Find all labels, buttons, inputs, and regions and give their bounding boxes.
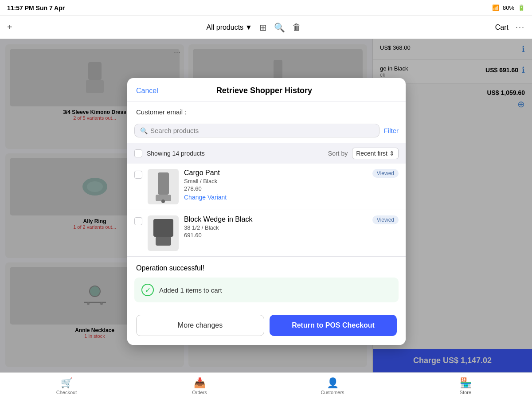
search-icon[interactable]: 🔍 [274,22,285,33]
item-name-2: Block Wedge in Black [184,215,367,223]
item-price-1: 278.60 [184,185,367,192]
barcode-icon[interactable]: ⊞ [259,22,267,33]
status-bar: 11:57 PM Sun 7 Apr 📶 80% 🔋 [0,0,532,16]
trash-icon[interactable]: 🗑 [292,22,301,32]
item-checkbox-1[interactable] [134,171,142,179]
top-nav-right: Cart ··· [495,23,525,32]
product-image-2 [148,215,179,251]
success-panel: Operation successful! ✓ Added 1 items to… [127,257,406,308]
modal-title: Retrieve Shopper History [216,86,312,95]
bottom-nav-customers[interactable]: 👤 Customers [266,377,399,395]
item-name-1: Cargo Pant [184,169,367,177]
orders-icon: 📥 [194,377,206,389]
change-variant-button-1[interactable]: Change Variant [184,194,227,201]
store-icon: 🏪 [460,377,472,389]
item-variant-2: 38 1/2 / Black [184,224,367,231]
status-right: 📶 80% 🔋 [492,4,525,11]
bottom-nav: 🛒 Checkout 📥 Orders 👤 Customers 🏪 Store [0,372,532,399]
more-changes-button[interactable]: More changes [136,315,264,336]
product-details-2: Block Wedge in Black 38 1/2 / Black 691.… [184,215,367,239]
bottom-nav-store[interactable]: 🏪 Store [399,377,532,395]
bottom-nav-orders[interactable]: 📥 Orders [133,377,266,395]
retrieve-shopper-modal: Cancel Retrieve Shopper History Customer… [127,78,406,345]
svg-rect-17 [156,237,171,246]
customers-label: Customers [321,390,344,395]
return-to-pos-button[interactable]: Return to POS Checkout [270,315,397,336]
main-area: ··· 3/4 Sleeve Kimono Dress 2 of 5 varia… [0,39,532,372]
showing-label: Showing 14 products [147,150,324,157]
store-label: Store [460,390,471,395]
success-message-text: Added 1 items to cart [159,286,222,294]
customer-email-row: Customer email : [127,102,406,120]
orders-label: Orders [192,390,207,395]
customers-icon: 👤 [327,377,339,389]
bottom-nav-checkout[interactable]: 🛒 Checkout [0,377,133,395]
svg-point-15 [161,200,165,203]
select-all-checkbox[interactable] [134,149,142,157]
item-price-2: 691.60 [184,232,367,239]
modal-header: Cancel Retrieve Shopper History [127,78,406,102]
status-time: 11:57 PM Sun 7 Apr [7,4,65,12]
more-icon[interactable]: ··· [516,23,525,32]
add-icon[interactable]: + [7,22,12,32]
search-icon: 🔍 [140,127,148,134]
cancel-button[interactable]: Cancel [136,87,158,95]
product-list-item: Block Wedge in Black 38 1/2 / Black 691.… [127,210,406,257]
customer-email-label: Customer email : [136,108,186,116]
all-products-button[interactable]: All products ▼ [207,23,252,31]
product-details-1: Cargo Pant Small / Black 278.60 Change V… [184,169,367,201]
top-nav-center: All products ▼ ⊞ 🔍 🗑 [12,22,495,33]
sort-chevron-icon: ⇕ [389,150,395,157]
svg-rect-16 [153,219,173,237]
top-nav-left: + [7,22,12,32]
sort-option-label: Recent first [356,150,387,157]
item-badge-1: Viewed [372,169,399,178]
action-buttons: More changes Return to POS Checkout [127,308,406,345]
chevron-down-icon: ▼ [245,23,252,31]
item-checkbox-2[interactable] [134,217,142,225]
search-input[interactable] [150,127,374,134]
product-list-item: Cargo Pant Small / Black 278.60 Change V… [127,164,406,210]
search-input-wrap: 🔍 [134,124,379,137]
battery-icon: 🔋 [518,4,525,11]
item-variant-1: Small / Black [184,178,367,184]
checkout-icon: 🛒 [61,377,73,389]
item-badge-2: Viewed [372,215,399,224]
success-title: Operation successful! [127,257,406,272]
sort-by-label: Sort by [328,150,348,157]
success-check-icon: ✓ [141,284,154,296]
sort-dropdown[interactable]: Recent first ⇕ [352,148,399,159]
search-bar-row: 🔍 Filter [127,120,406,143]
top-nav: + All products ▼ ⊞ 🔍 🗑 Cart ··· [0,16,532,39]
svg-rect-13 [158,172,169,195]
wifi-icon: 📶 [492,4,499,11]
success-message: ✓ Added 1 items to cart [134,278,399,302]
product-image-1 [148,169,179,204]
cart-label: Cart [495,23,509,31]
products-list-header: Showing 14 products Sort by Recent first… [127,143,406,164]
checkout-label: Checkout [56,390,77,395]
battery-level: 80% [503,4,514,11]
filter-button[interactable]: Filter [384,127,399,134]
